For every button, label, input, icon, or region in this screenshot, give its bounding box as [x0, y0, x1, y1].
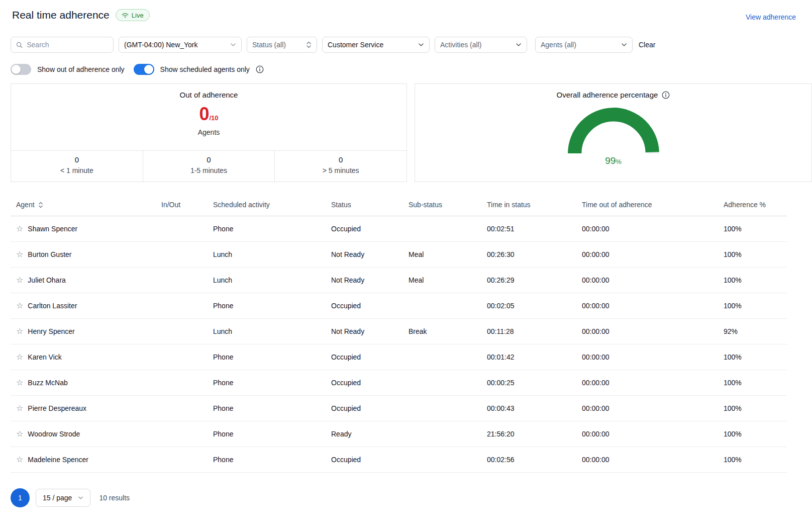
page-size-select[interactable]: 15 / page — [36, 489, 90, 507]
adherence-cell: 92% — [718, 319, 787, 344]
out-of-adherence-buckets: 0 < 1 minute 0 1-5 minutes 0 > 5 minutes — [11, 150, 407, 182]
adherence-cell: 100% — [718, 447, 787, 473]
agent-name: Henry Spencer — [28, 327, 74, 335]
agents-select[interactable]: Agents (all) — [535, 37, 633, 53]
agent-name: Madeleine Spencer — [28, 456, 88, 464]
overall-adherence-card: Overall adherence percentage 99% — [415, 83, 812, 182]
adherence-cell: 100% — [718, 370, 787, 396]
column-header-sub-status: Sub-status — [403, 201, 481, 216]
time-in-status-cell: 00:02:51 — [481, 216, 576, 242]
agent-name: Juliet Ohara — [28, 276, 65, 284]
favorite-star-icon[interactable]: ☆ — [16, 379, 23, 387]
sub-status-cell: Break — [403, 319, 481, 344]
favorite-star-icon[interactable]: ☆ — [16, 276, 23, 284]
bucket-under-1-minute: 0 < 1 minute — [11, 151, 143, 182]
favorite-star-icon[interactable]: ☆ — [16, 456, 23, 464]
scheduled-activity-cell: Phone — [208, 216, 326, 242]
table-header-row: Agent In/Out Scheduled activity Status S… — [11, 201, 787, 216]
status-filter-select[interactable]: Status (all) — [247, 37, 317, 53]
page-size-value: 15 / page — [43, 494, 72, 502]
info-icon[interactable] — [662, 91, 670, 99]
time-out-of-adherence-cell: 00:00:00 — [576, 216, 718, 242]
up-down-chevrons-icon — [306, 41, 312, 48]
table-row: ☆ Carlton Lassiter Phone Occupied 00:02:… — [11, 293, 787, 319]
scheduled-activity-cell: Phone — [208, 396, 326, 421]
agent-name: Woodrow Strode — [28, 430, 80, 438]
search-input[interactable] — [27, 41, 108, 49]
status-cell: Occupied — [326, 216, 403, 242]
info-icon[interactable] — [256, 65, 264, 73]
out-of-adherence-unit: Agents — [11, 128, 407, 136]
chevron-down-icon — [230, 43, 236, 47]
time-out-of-adherence-cell: 00:00:00 — [576, 242, 718, 268]
favorite-star-icon[interactable]: ☆ — [16, 353, 23, 361]
agent-name: Buzz McNab — [28, 379, 67, 387]
toggle-knob — [12, 65, 21, 74]
chevron-down-icon — [78, 496, 83, 500]
page-title: Real time adherence — [12, 9, 110, 21]
toggle-out-of-adherence[interactable] — [11, 64, 31, 75]
sub-status-cell — [403, 344, 481, 370]
status-cell: Occupied — [326, 447, 403, 473]
live-badge-label: Live — [132, 12, 144, 19]
bucket-label: 1-5 minutes — [143, 166, 275, 174]
favorite-star-icon[interactable]: ☆ — [16, 404, 23, 412]
table-row: ☆ Woodrow Strode Phone Ready 21:56:20 00… — [11, 421, 787, 447]
activities-value: Activities (all) — [440, 41, 481, 49]
scheduled-activity-cell: Lunch — [208, 319, 326, 344]
table-row: ☆ Madeleine Spencer Phone Occupied 00:02… — [11, 447, 787, 473]
scheduled-activity-cell: Phone — [208, 293, 326, 319]
column-header-time-in-status: Time in status — [481, 201, 576, 216]
adherence-percent: 99% — [605, 155, 622, 166]
agents-table: Agent In/Out Scheduled activity Status S… — [11, 201, 787, 473]
time-out-of-adherence-cell: 00:00:00 — [576, 293, 718, 319]
agent-name: Carlton Lassiter — [28, 302, 77, 310]
column-header-time-out-of-adherence: Time out of adherence — [576, 201, 718, 216]
favorite-star-icon[interactable]: ☆ — [16, 430, 23, 438]
live-badge: Live — [116, 9, 150, 21]
adherence-cell: 100% — [718, 242, 787, 268]
clear-filters-button[interactable]: Clear — [639, 41, 655, 49]
favorite-star-icon[interactable]: ☆ — [16, 327, 23, 335]
out-of-adherence-count-total: /10 — [209, 114, 218, 122]
status-cell: Occupied — [326, 344, 403, 370]
scheduled-activity-cell: Lunch — [208, 242, 326, 268]
adherence-cell: 100% — [718, 396, 787, 421]
adherence-cell: 100% — [718, 268, 787, 293]
favorite-star-icon[interactable]: ☆ — [16, 225, 23, 233]
favorite-star-icon[interactable]: ☆ — [16, 302, 23, 310]
adherence-percent-value: 99 — [605, 155, 616, 166]
sort-icon — [38, 202, 43, 208]
column-header-scheduled-activity: Scheduled activity — [208, 201, 326, 216]
column-header-agent[interactable]: Agent — [11, 201, 156, 216]
status-cell: Not Ready — [326, 268, 403, 293]
table-row: ☆ Buzz McNab Phone Occupied 00:00:25 00:… — [11, 370, 787, 396]
column-header-label: Agent — [16, 201, 35, 209]
activities-select[interactable]: Activities (all) — [435, 37, 527, 53]
adherence-cell: 100% — [718, 344, 787, 370]
adherence-percent-sign: % — [616, 158, 622, 165]
team-select[interactable]: Customer Service — [322, 37, 430, 53]
time-in-status-cell: 00:26:29 — [481, 268, 576, 293]
status-cell: Occupied — [326, 396, 403, 421]
search-box — [11, 37, 114, 53]
sub-status-cell: Meal — [403, 242, 481, 268]
page-header: Real time adherence Live — [12, 9, 150, 21]
column-header-status: Status — [326, 201, 403, 216]
page-number-button[interactable]: 1 — [11, 488, 30, 507]
adherence-cell: 100% — [718, 216, 787, 242]
out-of-adherence-title: Out of adherence — [11, 91, 407, 99]
time-out-of-adherence-cell: 00:00:00 — [576, 421, 718, 447]
bucket-label: > 5 minutes — [275, 166, 407, 174]
scheduled-activity-cell: Phone — [208, 447, 326, 473]
overall-adherence-title: Overall adherence percentage — [557, 91, 658, 99]
column-header-in-out: In/Out — [156, 201, 208, 216]
time-out-of-adherence-cell: 00:00:00 — [576, 447, 718, 473]
favorite-star-icon[interactable]: ☆ — [16, 250, 23, 258]
bucket-1-5-minutes: 0 1-5 minutes — [143, 151, 275, 182]
sub-status-cell — [403, 447, 481, 473]
timezone-select[interactable]: (GMT-04:00) New_York — [119, 37, 242, 53]
toggle-scheduled-agents[interactable] — [134, 64, 154, 75]
view-adherence-link[interactable]: View adherence — [746, 13, 796, 21]
time-in-status-cell: 21:56:20 — [481, 421, 576, 447]
